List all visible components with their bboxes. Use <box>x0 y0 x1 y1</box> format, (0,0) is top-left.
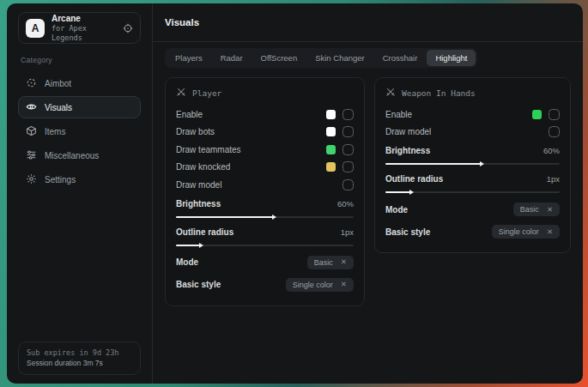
toggle-label: Draw bots <box>176 127 326 136</box>
eye-icon <box>26 101 37 114</box>
close-icon[interactable]: ✕ <box>547 228 553 236</box>
brightness-slider[interactable] <box>385 159 560 169</box>
panel-title: Player <box>192 88 221 98</box>
checkbox[interactable] <box>342 179 354 190</box>
session-duration-text: Session duration 3m 7s <box>27 358 132 369</box>
sidebar-item-miscellaneous[interactable]: Miscellaneous <box>18 144 141 166</box>
main-area: Visuals Players Radar OffScreen Skin Cha… <box>153 3 583 384</box>
desktop-background: A Arcane for Apex Legends Category <box>0 0 588 387</box>
tabs-row: Players Radar OffScreen Skin Changer Cro… <box>153 42 583 68</box>
chip-text: Basic <box>314 258 333 267</box>
checkbox[interactable] <box>549 109 560 120</box>
player-panel: Player Enable Draw bots Draw teammates <box>165 77 365 306</box>
slider-thumb[interactable] <box>409 190 414 195</box>
sidebar-item-label: Aimbot <box>45 79 71 88</box>
slider-label: Outline radius <box>176 227 233 237</box>
checkbox[interactable] <box>342 126 354 137</box>
tab-highlight[interactable]: Highlight <box>427 50 476 66</box>
color-swatch[interactable] <box>326 127 336 136</box>
checkbox[interactable] <box>342 144 354 155</box>
slider-value: 60% <box>543 146 560 155</box>
basic-style-chip[interactable]: Single color ✕ <box>286 278 354 292</box>
mode-select-row: Mode Basic ✕ <box>176 252 354 273</box>
outline-radius-slider[interactable] <box>176 240 354 251</box>
color-swatch[interactable] <box>532 110 542 119</box>
select-label: Basic style <box>176 280 221 289</box>
sidebar-item-label: Visuals <box>45 103 72 112</box>
sidebar-item-label: Items <box>45 127 65 136</box>
page-title: Visuals <box>165 17 199 27</box>
slider-label: Brightness <box>385 146 430 155</box>
toggle-label: Enable <box>176 110 326 119</box>
slider-value: 1px <box>341 227 354 237</box>
weapon-in-hands-panel: Weapon In Hands Enable Draw model Bright… <box>374 77 571 253</box>
select-label: Mode <box>176 257 198 267</box>
sidebar-item-items[interactable]: Items <box>18 120 141 142</box>
gear-icon <box>26 173 37 186</box>
slider-label: Brightness <box>176 199 221 209</box>
crossed-swords-icon <box>176 87 186 99</box>
checkbox[interactable] <box>342 109 354 120</box>
toggle-label: Enable <box>385 110 532 119</box>
slider-value: 1px <box>547 174 560 184</box>
sidebar-item-visuals[interactable]: Visuals <box>18 96 141 118</box>
checkbox[interactable] <box>549 126 560 137</box>
cube-icon <box>26 125 37 138</box>
tab-offscreen[interactable]: OffScreen <box>252 50 306 66</box>
outline-radius-slider-block: Outline radius 1px <box>176 226 354 251</box>
sub-expires-text: Sub expires in 9d 23h <box>27 348 132 359</box>
outline-radius-slider-block: Outline radius 1px <box>385 172 560 197</box>
select-label: Mode <box>385 205 408 215</box>
panel-title: Weapon In Hands <box>402 88 476 98</box>
checkbox[interactable] <box>342 161 354 172</box>
sidebar-nav: Aimbot Visuals <box>18 72 141 190</box>
subscription-info-box: Sub expires in 9d 23h Session duration 3… <box>18 342 141 376</box>
app-logo: A <box>26 19 45 38</box>
outline-radius-slider[interactable] <box>385 187 560 197</box>
sidebar: A Arcane for Apex Legends Category <box>7 3 153 384</box>
basic-style-chip[interactable]: Single color ✕ <box>492 225 560 239</box>
tab-radar[interactable]: Radar <box>212 50 252 66</box>
toggle-row-draw-bots: Draw bots <box>176 124 354 142</box>
brightness-slider-block: Brightness 60% <box>176 197 354 222</box>
crossed-swords-icon <box>385 87 396 99</box>
toggle-label: Draw model <box>176 180 336 190</box>
slider-thumb[interactable] <box>480 161 484 166</box>
color-swatch[interactable] <box>326 162 336 172</box>
slider-thumb[interactable] <box>199 243 203 248</box>
toggle-row-draw-teammates: Draw teammates <box>176 141 354 159</box>
sidebar-item-settings[interactable]: Settings <box>18 168 141 190</box>
slider-value: 60% <box>337 199 354 209</box>
select-label: Basic style <box>385 227 430 237</box>
toggle-row-enable: Enable <box>385 106 560 124</box>
app-names: Arcane for Apex Legends <box>52 14 116 43</box>
tabs-bar: Players Radar OffScreen Skin Changer Cro… <box>165 48 477 68</box>
tab-skin-changer[interactable]: Skin Changer <box>306 50 373 66</box>
color-swatch[interactable] <box>326 145 336 154</box>
toggle-row-draw-model: Draw model <box>176 176 354 194</box>
close-icon[interactable]: ✕ <box>547 206 553 214</box>
app-title: Arcane <box>52 14 116 25</box>
tab-players[interactable]: Players <box>167 50 211 66</box>
chip-text: Single color <box>499 227 539 236</box>
content: Player Enable Draw bots Draw teammates <box>153 68 583 316</box>
sidebar-item-label: Settings <box>45 175 76 184</box>
sidebar-item-label: Miscellaneous <box>45 151 99 160</box>
player-panel-header: Player <box>176 87 354 99</box>
sliders-icon <box>26 149 37 162</box>
slider-fill <box>385 163 482 165</box>
close-icon[interactable]: ✕ <box>341 281 347 288</box>
mode-chip[interactable]: Basic ✕ <box>513 203 560 216</box>
app-header-card: A Arcane for Apex Legends <box>18 12 141 44</box>
mode-chip[interactable]: Basic ✕ <box>307 256 354 269</box>
slider-thumb[interactable] <box>272 215 276 220</box>
sidebar-item-aimbot[interactable]: Aimbot <box>18 72 141 94</box>
close-icon[interactable]: ✕ <box>341 258 347 266</box>
main-header: Visuals <box>153 3 583 42</box>
brightness-slider[interactable] <box>176 212 354 222</box>
color-swatch[interactable] <box>326 110 336 119</box>
target-icon[interactable] <box>123 23 133 33</box>
app-window: A Arcane for Apex Legends Category <box>7 3 583 384</box>
mode-select-row: Mode Basic ✕ <box>385 199 560 220</box>
tab-crosshair[interactable]: Crosshair <box>374 50 427 66</box>
